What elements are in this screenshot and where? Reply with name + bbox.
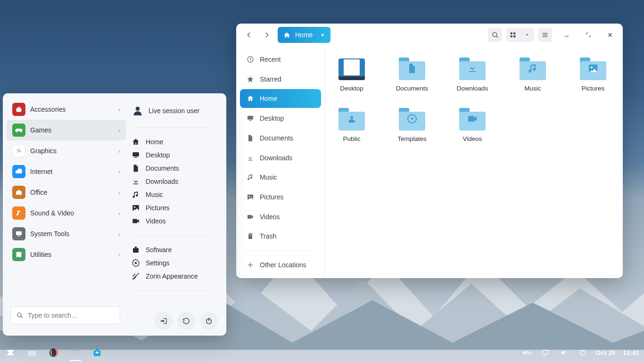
category-accessories[interactable]: Accessories ›: [7, 99, 126, 120]
location-pill[interactable]: Home ▼: [278, 27, 330, 43]
place-label: Documents: [146, 165, 179, 172]
category-office[interactable]: Office ›: [7, 182, 126, 203]
svg-rect-25: [513, 35, 515, 37]
place-label: Pictures: [146, 204, 170, 212]
sidebar-item-recent[interactable]: Recent: [240, 50, 321, 69]
view-dropdown-button[interactable]: [520, 28, 534, 42]
files-launcher[interactable]: [26, 347, 38, 358]
folder-label: Downloads: [457, 85, 488, 92]
folder-desktop[interactable]: Desktop: [334, 58, 370, 92]
folder-documents[interactable]: Documents: [394, 58, 430, 92]
svg-point-2: [17, 149, 18, 151]
divider: [245, 250, 316, 251]
close-button[interactable]: [603, 28, 617, 42]
place-music[interactable]: Music: [128, 188, 221, 201]
folder-icon: [399, 108, 425, 131]
user-name: Live session user: [149, 107, 199, 115]
sidebar-item-documents[interactable]: Documents: [240, 129, 321, 148]
hamburger-menu-button[interactable]: [538, 28, 552, 42]
folder-label: Desktop: [340, 85, 363, 92]
category-graphics[interactable]: Graphics ›: [7, 140, 126, 161]
search-bar[interactable]: [10, 306, 120, 324]
keyboard-indicator[interactable]: en₁: [523, 349, 532, 356]
video-icon: [247, 213, 254, 221]
svg-rect-11: [132, 152, 139, 156]
svg-rect-23: [513, 33, 515, 34]
software-launcher[interactable]: [91, 347, 103, 358]
svg-rect-9: [17, 236, 20, 236]
svg-point-46: [591, 66, 593, 68]
display-indicator-icon[interactable]: [539, 347, 551, 358]
sidebar-item-desktop[interactable]: Desktop: [240, 109, 321, 128]
forward-button[interactable]: [260, 28, 274, 42]
power-button[interactable]: [200, 312, 218, 330]
sidebar-item-label: Videos: [260, 213, 280, 221]
folder-downloads[interactable]: Downloads: [454, 58, 490, 92]
desktop-icon: [247, 115, 254, 122]
minimize-button[interactable]: [560, 28, 574, 42]
sidebar-item-music[interactable]: Music: [240, 168, 321, 187]
briefcase-icon: [12, 186, 25, 199]
category-internet[interactable]: Internet ›: [7, 161, 126, 182]
restart-button[interactable]: [177, 312, 195, 330]
sidebar-item-videos[interactable]: Videos: [240, 207, 321, 226]
start-button[interactable]: [5, 347, 16, 358]
chevron-right-icon: ›: [118, 106, 120, 113]
chevron-down-icon: ▼: [320, 33, 325, 38]
svg-rect-12: [134, 157, 137, 158]
sidebar-item-label: Starred: [260, 75, 281, 83]
back-button[interactable]: [242, 28, 256, 42]
sidebar-item-starred[interactable]: Starred: [240, 70, 321, 89]
volume-indicator-icon[interactable]: [558, 347, 570, 358]
category-utilities[interactable]: Utilities ›: [7, 244, 126, 265]
svg-rect-35: [248, 160, 252, 160]
place-downloads[interactable]: Downloads: [128, 175, 221, 188]
maximize-button[interactable]: [581, 28, 595, 42]
divider: [137, 127, 211, 128]
sidebar-item-pictures[interactable]: Pictures: [240, 188, 321, 206]
home-icon: [247, 95, 254, 102]
sidebar-item-trash[interactable]: Trash: [240, 227, 321, 246]
chevron-right-icon: ›: [118, 148, 120, 155]
place-pictures[interactable]: Pictures: [128, 201, 221, 214]
folder-pictures[interactable]: Pictures: [575, 58, 611, 92]
search-button[interactable]: [488, 28, 502, 42]
sidebar-item-downloads[interactable]: Downloads: [240, 148, 321, 167]
power-indicator-icon[interactable]: [577, 347, 588, 358]
system-settings[interactable]: Settings: [128, 256, 221, 270]
category-label: Office: [30, 189, 47, 196]
system-zorin-appearance[interactable]: Zorin Appearance: [128, 270, 221, 283]
place-documents[interactable]: Documents: [128, 162, 221, 175]
grid-view-button[interactable]: [506, 28, 520, 42]
current-user[interactable]: Live session user: [128, 102, 221, 120]
fm-content[interactable]: DesktopDocumentsDownloadsMusicPicturesPu…: [325, 46, 623, 278]
place-label: Music: [146, 191, 163, 198]
category-system-tools[interactable]: System Tools ›: [7, 223, 126, 244]
search-icon: [17, 312, 23, 319]
firefox-launcher[interactable]: [48, 347, 59, 358]
music-icon: [247, 173, 254, 181]
place-label: Downloads: [146, 178, 178, 185]
system-software[interactable]: Software: [128, 243, 221, 256]
place-home[interactable]: Home: [128, 135, 221, 148]
logout-button[interactable]: [155, 312, 173, 330]
sidebar-item-other-locations[interactable]: Other Locations: [240, 255, 321, 274]
sidebar-item-label: Other Locations: [260, 261, 306, 269]
folder-music[interactable]: Music: [515, 58, 551, 92]
category-sound-video[interactable]: Sound & Video ›: [7, 203, 126, 223]
folder-public[interactable]: Public: [334, 108, 370, 142]
place-desktop[interactable]: Desktop: [128, 148, 221, 162]
svg-rect-18: [135, 247, 137, 248]
taskbar-time[interactable]: 12:41: [623, 349, 639, 356]
files-taskbar-item[interactable]: [70, 344, 81, 361]
svg-rect-52: [72, 349, 80, 351]
sidebar-item-home[interactable]: Home: [240, 89, 321, 108]
taskbar-date[interactable]: Oct 25: [596, 349, 616, 356]
place-videos[interactable]: Videos: [128, 214, 221, 228]
category-games[interactable]: Games ›: [7, 120, 126, 140]
folder-label: Documents: [396, 85, 428, 92]
folder-templates[interactable]: Templates: [394, 108, 430, 142]
search-input[interactable]: [28, 312, 114, 319]
sidebar-item-label: Trash: [260, 232, 276, 240]
folder-videos[interactable]: Videos: [454, 108, 490, 142]
